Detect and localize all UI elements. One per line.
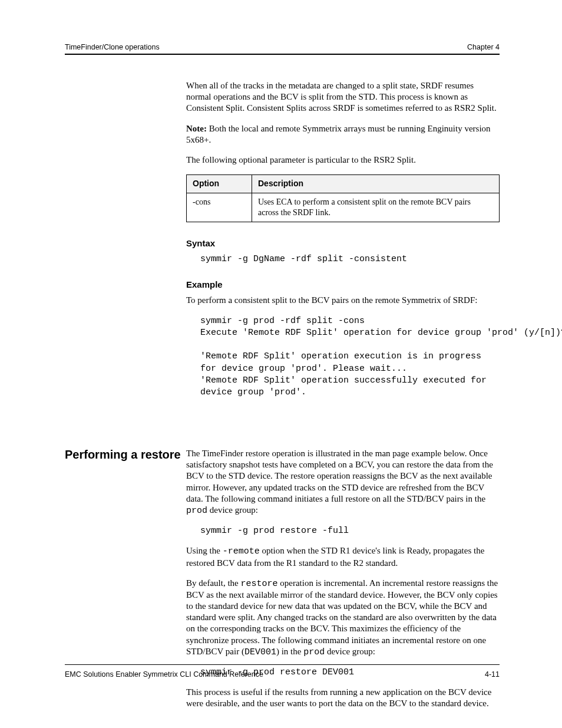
restore-para-1-code: prod <box>186 506 207 516</box>
page-header: TimeFinder/Clone operations Chapter 4 <box>65 43 500 55</box>
example-label: Example <box>186 279 500 290</box>
restore-cmd-1: symmir -g prod restore -full <box>186 525 500 536</box>
optional-param-paragraph: The following optional parameter is part… <box>186 154 500 166</box>
syntax-line: symmir -g DgName -rdf split -consistent <box>186 253 500 265</box>
table-header-row: Option Description <box>187 175 500 193</box>
doc-title: TimeFinder/Clone operations <box>65 43 160 51</box>
syntax-label: Syntax <box>186 238 500 249</box>
table-cell-description: Uses ECA to perform a consistent split o… <box>252 193 500 222</box>
restore-para-3-code1: restore <box>240 579 277 589</box>
table-row: -cons Uses ECA to perform a consistent s… <box>187 193 500 222</box>
table-cell-option: -cons <box>187 193 252 222</box>
table-header-option: Option <box>187 175 252 193</box>
page-footer: EMC Solutions Enabler Symmetrix CLI Comm… <box>65 670 500 678</box>
restore-para-2-code: -remote <box>223 546 260 556</box>
header-rule <box>65 54 500 55</box>
restore-para-3-code2: DEV001 <box>244 647 276 657</box>
note-text: Both the local and remote Symmetrix arra… <box>186 124 491 144</box>
table-header-description: Description <box>252 175 500 193</box>
example-intro: To perform a consistent split to the BCV… <box>186 295 500 306</box>
body-column: When all of the tracks in the metadata a… <box>186 80 500 413</box>
restore-para-3-pre: By default, the <box>186 578 240 588</box>
restore-para-3-mid2: ) in the <box>276 647 303 656</box>
restore-para-1-post: device group: <box>207 505 258 515</box>
restore-para-2: Using the -remote option when the STD R1… <box>186 545 500 568</box>
restore-para-3-mid: operation is incremental. An incremental… <box>186 578 498 656</box>
restore-para-3-code3: prod <box>303 647 325 657</box>
footer-rule <box>65 664 500 665</box>
footer-doc-title: EMC Solutions Enabler Symmetrix CLI Comm… <box>65 670 263 678</box>
restore-para-3-post: device group: <box>325 647 375 656</box>
restore-para-4: This process is useful if the results fr… <box>186 687 500 709</box>
restore-para-1: The TimeFinder restore operation is illu… <box>186 448 500 516</box>
note-paragraph: Note: Both the local and remote Symmetri… <box>186 123 500 146</box>
restore-para-1-pre: The TimeFinder restore operation is illu… <box>186 449 493 503</box>
note-prefix: Note: <box>186 124 207 133</box>
restore-para-2-pre: Using the <box>186 546 223 555</box>
restore-para-3: By default, the restore operation is inc… <box>186 578 500 658</box>
section-heading-restore: Performing a restore <box>65 448 181 462</box>
chapter-label: Chapter 4 <box>467 43 500 51</box>
footer-page-number: 4-11 <box>485 670 500 678</box>
intro-paragraph: When all of the tracks in the metadata a… <box>186 80 500 114</box>
example-code-block: symmir -g prod -rdf split -cons Execute … <box>186 315 500 399</box>
options-table: Option Description -cons Uses ECA to per… <box>186 174 500 222</box>
